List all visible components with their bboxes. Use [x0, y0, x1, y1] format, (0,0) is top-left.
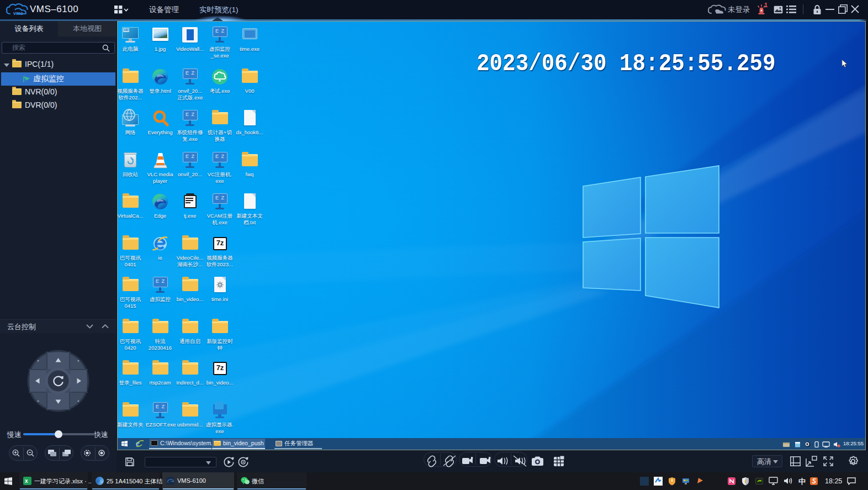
svg-text:vms: vms	[13, 10, 23, 16]
